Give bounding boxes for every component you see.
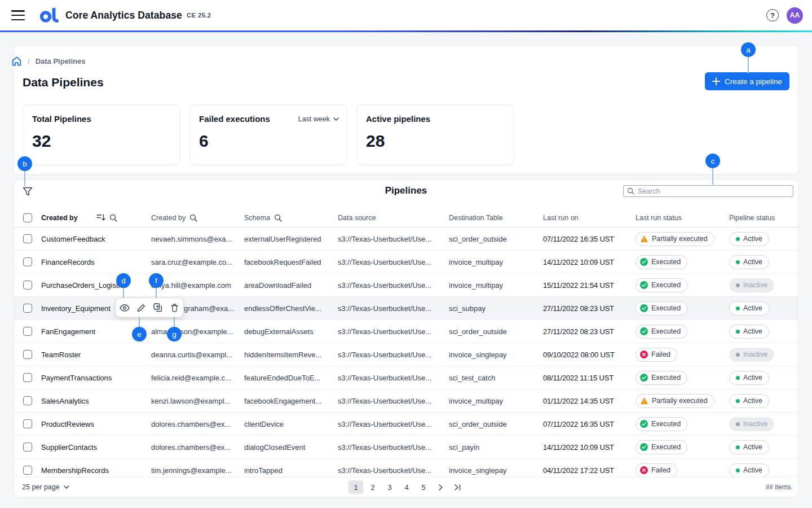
- row-checkbox[interactable]: [23, 466, 32, 475]
- pipeline-name: TeamRoster: [41, 351, 81, 359]
- run-status-badge: Executed: [636, 371, 687, 385]
- row-checkbox[interactable]: [23, 327, 32, 336]
- table-header-row: Created by Created by Schema: [14, 208, 798, 227]
- schema: facebookEngagement...: [244, 397, 321, 405]
- annotation-stem-a: [748, 57, 749, 73]
- last-run-on: 27/11/2022 08:23 UST: [543, 327, 614, 336]
- table-row[interactable]: PurchaseOrders_Logistics tanya.hill@exam…: [14, 274, 798, 297]
- duplicate-icon[interactable]: [151, 301, 165, 314]
- sort-icon[interactable]: [96, 214, 105, 221]
- view-icon[interactable]: [118, 301, 131, 314]
- created-by: deanna.curtis@exampl...: [151, 351, 232, 359]
- row-checkbox[interactable]: [23, 234, 32, 243]
- row-checkbox[interactable]: [23, 443, 32, 452]
- home-icon[interactable]: [11, 56, 22, 67]
- select-all-checkbox[interactable]: [23, 213, 32, 222]
- table-row[interactable]: MembershipRecords tim.jennings@example..…: [14, 459, 798, 478]
- edit-icon[interactable]: [134, 301, 148, 314]
- app-version: CE 25.2: [187, 12, 211, 19]
- schema: debugExternalAssets: [244, 327, 314, 336]
- table-search: [623, 185, 793, 197]
- destination-table: sci_subpay: [449, 304, 486, 313]
- header-gradient-divider: [0, 30, 812, 32]
- page-button-3[interactable]: 3: [382, 480, 397, 494]
- run-status-badge: Partially executed: [636, 232, 714, 246]
- row-checkbox[interactable]: [23, 373, 32, 382]
- pipeline-status-badge: Inactive: [729, 278, 774, 292]
- stat-value: 6: [199, 132, 338, 151]
- next-page-icon[interactable]: [433, 480, 448, 494]
- created-by: tim.jennings@example...: [151, 466, 232, 475]
- column-last-run: Last run on: [543, 214, 579, 222]
- pipeline-name: MembershipRecords: [41, 466, 109, 475]
- timeframe-dropdown[interactable]: Last week: [298, 115, 339, 123]
- filter-icon[interactable]: [21, 185, 34, 198]
- help-icon[interactable]: ?: [766, 9, 779, 21]
- table-row[interactable]: CustomerFeedback nevaeh.simmons@exa... e…: [14, 227, 798, 251]
- annotation-a: a: [741, 42, 756, 57]
- items-count: ## items: [766, 483, 791, 491]
- table-row[interactable]: TeamRoster deanna.curtis@exampl... hidde…: [14, 343, 798, 366]
- destination-table: invoice_multipay: [449, 258, 503, 266]
- last-run-on: 04/11/2022 17:22 UST: [543, 466, 614, 475]
- row-checkbox[interactable]: [23, 419, 32, 428]
- annotation-b: b: [17, 156, 32, 171]
- data-source: s3://Texas-Userbucket/Use...: [338, 351, 431, 359]
- annotation-f: f: [149, 273, 164, 288]
- last-page-icon[interactable]: [450, 480, 465, 494]
- last-run-on: 07/11/2022 16:35 UST: [543, 235, 614, 243]
- pipeline-status-badge: Active: [729, 371, 769, 385]
- page-button-4[interactable]: 4: [399, 480, 414, 494]
- pipeline-name: SalesAnalytics: [41, 397, 89, 405]
- data-source: s3://Texas-Userbucket/Use...: [338, 397, 431, 405]
- last-run-on: 09/10/2022 08:00 UST: [543, 351, 615, 359]
- table-row[interactable]: FinanceRecords sara.cruz@example.co... f…: [14, 251, 798, 274]
- created-by: graham@exa...: [184, 304, 234, 313]
- created-by: kenzi.lawson@exampl...: [151, 397, 230, 405]
- table-row[interactable]: SupplierContacts dolores.chambers@ex... …: [14, 436, 798, 459]
- per-page-dropdown[interactable]: 25 per page: [22, 483, 69, 491]
- last-run-on: 14/11/2022 10:09 UST: [543, 443, 614, 452]
- row-checkbox[interactable]: [23, 396, 32, 405]
- last-run-on: 14/11/2022 10:09 UST: [543, 258, 614, 266]
- column-search-icon[interactable]: [109, 214, 117, 222]
- page-button-2[interactable]: 2: [365, 480, 380, 494]
- annotation-d: d: [116, 273, 131, 288]
- run-status-badge: Partially executed: [636, 394, 714, 408]
- last-run-on: 08/11/2022 11:15 UST: [543, 374, 614, 382]
- data-source: s3://Texas-Userbucket/Use...: [338, 281, 431, 290]
- table-row[interactable]: PaymentTransactions felicia.reid@example…: [14, 366, 798, 389]
- x-circle-icon: [640, 466, 648, 474]
- column-search-icon[interactable]: [189, 214, 197, 222]
- delete-icon[interactable]: [167, 301, 181, 314]
- schema: hiddenItemsItemReve...: [244, 351, 321, 359]
- table-row[interactable]: SalesAnalytics kenzi.lawson@exampl... fa…: [14, 389, 798, 413]
- schema: areaDownloadFailed: [244, 281, 311, 290]
- warning-icon: [640, 235, 648, 243]
- column-pipeline-status: Pipeline status: [729, 214, 775, 222]
- row-checkbox[interactable]: [23, 281, 32, 290]
- row-checkbox[interactable]: [23, 304, 32, 313]
- row-checkbox[interactable]: [23, 257, 32, 266]
- avatar[interactable]: AA: [787, 7, 803, 24]
- stat-value: 32: [32, 132, 171, 151]
- column-created-by: Created by: [151, 214, 186, 222]
- page-button-1[interactable]: 1: [348, 480, 363, 494]
- search-input[interactable]: [638, 187, 789, 195]
- stat-card-total-pipelines: Total Pipelines 32: [23, 104, 180, 165]
- pipeline-name: PaymentTransactions: [41, 374, 112, 382]
- schema: featureEndedDueToE...: [244, 374, 320, 382]
- pagination-bar: 25 per page 1 2 3 4 5 ## items: [14, 477, 798, 497]
- create-pipeline-button[interactable]: Create a pipeline: [705, 72, 789, 90]
- hamburger-menu-icon[interactable]: [11, 10, 25, 20]
- check-circle-icon: [640, 327, 648, 335]
- check-circle-icon: [640, 443, 648, 451]
- column-search-icon[interactable]: [274, 214, 282, 222]
- pipeline-status-badge: Active: [729, 394, 769, 408]
- created-by: dolores.chambers@ex...: [151, 443, 231, 452]
- page-button-5[interactable]: 5: [416, 480, 431, 494]
- stat-label: Total Pipelines: [32, 114, 171, 124]
- row-checkbox[interactable]: [23, 350, 32, 359]
- stat-label: Active pipelines: [366, 114, 505, 124]
- table-row[interactable]: ProductReviews dolores.chambers@ex... cl…: [14, 413, 798, 436]
